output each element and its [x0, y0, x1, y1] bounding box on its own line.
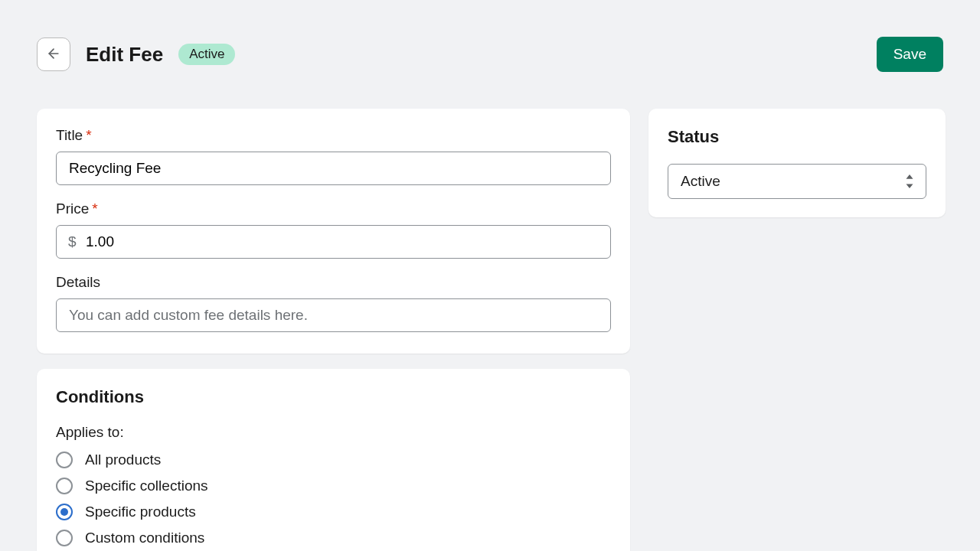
radio-icon — [56, 478, 73, 494]
applies-to-option[interactable]: Specific products — [56, 504, 611, 520]
applies-to-option[interactable]: Specific collections — [56, 478, 611, 494]
radio-icon — [56, 504, 73, 520]
details-label: Details — [56, 274, 611, 291]
radio-icon — [56, 530, 73, 546]
save-button[interactable]: Save — [877, 37, 943, 72]
page-header: Edit Fee Active Save — [37, 37, 943, 72]
status-select-value: Active — [681, 173, 720, 190]
arrow-left-icon — [46, 46, 61, 64]
conditions-title: Conditions — [56, 387, 611, 407]
title-label: Title* — [56, 127, 611, 144]
radio-label: Specific products — [85, 504, 196, 520]
title-input[interactable] — [56, 152, 611, 185]
radio-label: Specific collections — [85, 478, 208, 494]
applies-to-radio-group: All productsSpecific collectionsSpecific… — [56, 452, 611, 546]
fee-form-card: Title* Price* $ Details — [37, 109, 630, 354]
back-button[interactable] — [37, 37, 70, 71]
applies-to-option[interactable]: Custom conditions — [56, 530, 611, 546]
select-caret-icon — [904, 174, 915, 188]
radio-icon — [56, 452, 73, 468]
page-title: Edit Fee — [86, 43, 163, 67]
currency-prefix: $ — [68, 233, 77, 250]
status-badge: Active — [178, 44, 235, 65]
conditions-card: Conditions Applies to: All productsSpeci… — [37, 369, 630, 551]
radio-label: All products — [85, 452, 161, 468]
status-select[interactable]: Active — [668, 164, 926, 199]
applies-to-label: Applies to: — [56, 424, 611, 441]
status-card: Status Active — [648, 109, 946, 217]
price-label: Price* — [56, 201, 611, 217]
details-input[interactable] — [56, 298, 611, 332]
price-input[interactable] — [56, 225, 611, 259]
radio-label: Custom conditions — [85, 530, 204, 546]
applies-to-option[interactable]: All products — [56, 452, 611, 468]
status-title: Status — [668, 127, 926, 147]
